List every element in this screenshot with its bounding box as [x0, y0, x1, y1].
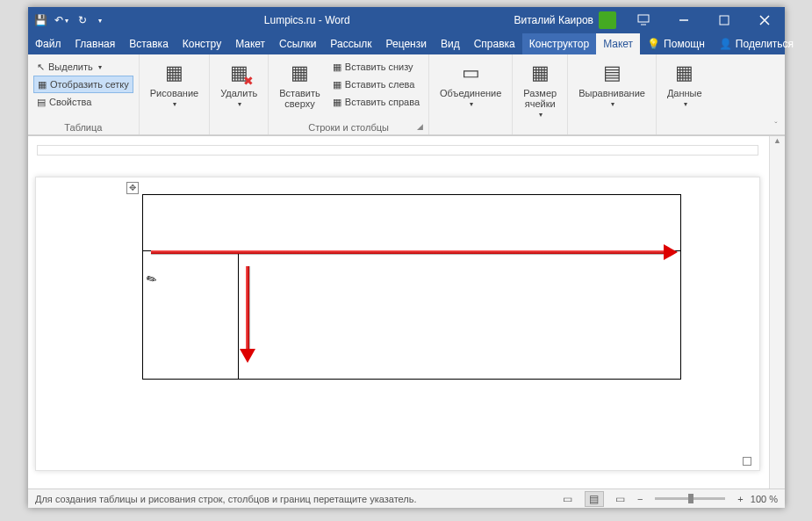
tab-tell-me[interactable]: 💡Помощн [640, 33, 712, 54]
dialog-launcher-icon[interactable]: ◢ [414, 122, 425, 133]
window-controls [623, 7, 785, 33]
zoom-out-button[interactable]: − [637, 494, 643, 504]
alignment-button[interactable]: ▤ Выравнивание ▾ [573, 58, 650, 110]
avatar [599, 11, 616, 29]
draw-table-button[interactable]: ▦ Рисование ▾ [145, 58, 204, 110]
delete-table-icon: ▦✖ [226, 60, 252, 86]
user-name: Виталий Каиров [514, 14, 593, 26]
insert-left-icon: ▦ [333, 79, 341, 90]
share-button[interactable]: 👤Поделиться [712, 33, 801, 54]
save-icon[interactable]: 💾 [33, 13, 47, 27]
tab-references[interactable]: Ссылки [272, 33, 323, 54]
group-alignment: ▤ Выравнивание ▾ [568, 54, 657, 134]
table-row[interactable] [143, 195, 680, 251]
group-data: ▦ Данные ▾ [657, 54, 713, 134]
group-draw: ▦ Рисование ▾ [140, 54, 210, 134]
alignment-icon: ▤ [599, 60, 625, 86]
zoom-in-button[interactable]: + [737, 494, 743, 504]
tab-help[interactable]: Справка [467, 33, 522, 54]
prev-page-edge [37, 145, 758, 156]
title-bar: 💾 ↶▾ ↻ ▾ Lumpics.ru - Word Виталий Каиро… [28, 7, 785, 33]
pencil-table-icon: ▦ [161, 60, 187, 86]
tab-home[interactable]: Главная [68, 33, 123, 54]
cell-size-button[interactable]: ▦ Размер ячейки ▾ [518, 58, 562, 120]
tab-layout[interactable]: Макет [228, 33, 272, 54]
svg-rect-1 [720, 16, 729, 25]
scroll-up-icon[interactable]: ▲ [770, 136, 785, 150]
tab-review[interactable]: Рецензи [379, 33, 434, 54]
redo-icon[interactable]: ↻ [75, 13, 90, 27]
zoom-level[interactable]: 100 % [751, 494, 778, 504]
tab-table-layout[interactable]: Макет [596, 33, 640, 54]
quick-access-toolbar: 💾 ↶▾ ↻ ▾ [28, 13, 107, 27]
merge-button[interactable]: ▭ Объединение ▾ [435, 58, 507, 110]
app-window: 💾 ↶▾ ↻ ▾ Lumpics.ru - Word Виталий Каиро… [28, 7, 785, 508]
view-print-layout-icon[interactable]: ▤ [585, 491, 604, 507]
zoom-slider-thumb[interactable] [688, 494, 693, 503]
qat-customize-icon[interactable]: ▾ [98, 17, 102, 25]
vertical-scrollbar[interactable]: ▲ [769, 136, 785, 488]
minimize-button[interactable] [664, 7, 704, 33]
group-rows-columns: ▦ Вставить сверху ▦Вставить снизу ▦Встав… [269, 54, 429, 134]
insert-below-button[interactable]: ▦Вставить снизу [329, 58, 423, 76]
view-web-layout-icon[interactable]: ▭ [611, 491, 630, 507]
window-title: Lumpics.ru - Word [107, 14, 507, 26]
insert-above-icon: ▦ [286, 60, 313, 86]
undo-icon[interactable]: ↶▾ [54, 13, 68, 27]
user-account[interactable]: Виталий Каиров [507, 11, 623, 29]
group-delete: ▦✖ Удалить ▾ [210, 54, 269, 134]
status-message: Для создания таблицы и рисования строк, … [35, 494, 551, 504]
insert-above-button[interactable]: ▦ Вставить сверху [274, 58, 326, 111]
properties-icon: ▤ [37, 97, 46, 108]
table-move-handle[interactable]: ✥ [126, 182, 139, 194]
close-button[interactable] [744, 7, 785, 33]
share-icon: 👤 [719, 38, 732, 50]
select-button[interactable]: ↖Выделить▾ [33, 58, 133, 76]
svg-rect-0 [638, 15, 649, 22]
zoom-slider[interactable] [655, 497, 725, 500]
group-merge: ▭ Объединение ▾ [429, 54, 513, 134]
lightbulb-icon: 💡 [647, 38, 660, 50]
cursor-icon: ↖ [37, 62, 45, 73]
merge-icon: ▭ [457, 60, 484, 86]
group-cell-size: ▦ Размер ячейки ▾ [513, 54, 568, 134]
tab-design[interactable]: Констру [176, 33, 228, 54]
delete-button[interactable]: ▦✖ Удалить ▾ [215, 58, 262, 110]
data-button[interactable]: ▦ Данные ▾ [662, 58, 708, 110]
tab-mailings[interactable]: Рассылк [323, 33, 378, 54]
insert-below-icon: ▦ [333, 62, 341, 73]
table-column-divider[interactable] [238, 251, 239, 379]
maximize-button[interactable] [704, 7, 744, 33]
view-gridlines-button[interactable]: ▦Отобразить сетку [33, 76, 133, 93]
ribbon: ↖Выделить▾ ▦Отобразить сетку ▤Свойства Т… [28, 54, 785, 135]
table-row[interactable] [143, 251, 680, 379]
grid-icon: ▦ [38, 79, 47, 90]
tab-insert[interactable]: Вставка [122, 33, 176, 54]
cell-size-icon: ▦ [527, 60, 553, 86]
annotation-arrow-horizontal [151, 249, 678, 256]
group-label-table: Таблица [33, 120, 133, 133]
properties-button[interactable]: ▤Свойства [33, 93, 133, 111]
ribbon-options-button[interactable] [623, 7, 664, 33]
ribbon-tabs: Файл Главная Вставка Констру Макет Ссылк… [28, 33, 785, 54]
group-table: ↖Выделить▾ ▦Отобразить сетку ▤Свойства Т… [28, 54, 140, 134]
annotation-arrow-vertical [244, 266, 251, 363]
table-resize-handle[interactable] [743, 457, 751, 466]
tab-view[interactable]: Вид [434, 33, 467, 54]
table[interactable] [142, 194, 681, 380]
group-label-rowscols: Строки и столбцы◢ [274, 120, 423, 133]
tab-table-design[interactable]: Конструктор [522, 33, 596, 54]
insert-right-icon: ▦ [333, 97, 341, 108]
collapse-ribbon-icon[interactable]: ˇ [767, 54, 785, 134]
status-bar: Для создания таблицы и рисования строк, … [28, 488, 785, 508]
document-area[interactable]: ▲ ✥ ✎ [28, 135, 785, 488]
data-icon: ▦ [672, 60, 698, 86]
tab-file[interactable]: Файл [28, 33, 68, 54]
insert-left-button[interactable]: ▦Вставить слева [329, 76, 423, 93]
insert-right-button[interactable]: ▦Вставить справа [329, 93, 423, 111]
view-read-mode-icon[interactable]: ▭ [558, 491, 578, 507]
